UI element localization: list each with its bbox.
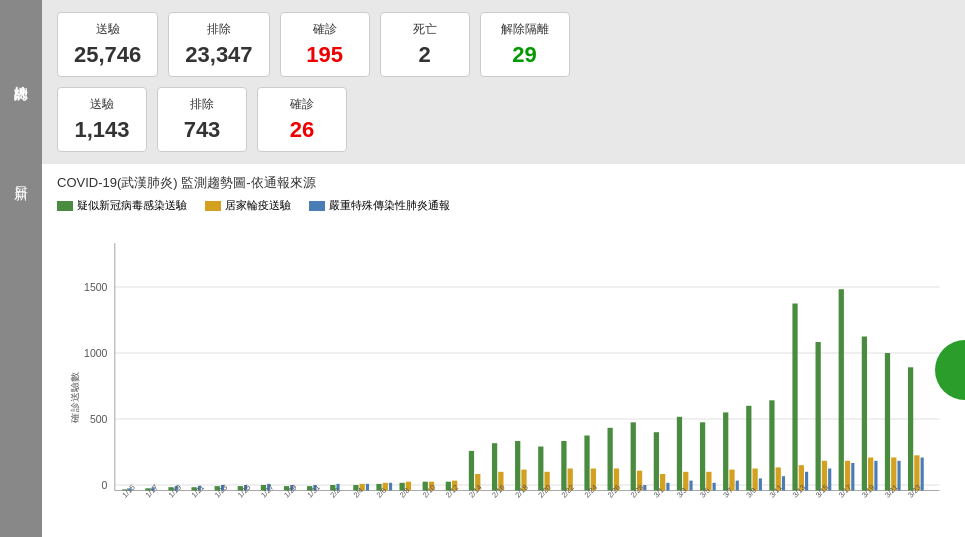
svg-text:1500: 1500 (84, 281, 107, 293)
label-daily: 日新 (12, 130, 30, 220)
svg-rect-81 (816, 342, 821, 491)
legend-item-blue: 嚴重特殊傳染性肺炎通報 (309, 198, 450, 213)
svg-rect-71 (736, 481, 739, 491)
daily-confirmed-value: 26 (274, 117, 330, 143)
svg-rect-66 (700, 422, 705, 490)
svg-text:0: 0 (102, 479, 108, 491)
daily-sent-label: 送驗 (74, 96, 130, 113)
svg-rect-86 (851, 463, 854, 491)
legend-label-green: 疑似新冠病毒感染送驗 (77, 198, 187, 213)
legend-color-blue (309, 201, 325, 211)
svg-rect-92 (897, 461, 900, 491)
svg-rect-87 (862, 337, 867, 491)
svg-rect-73 (752, 469, 757, 491)
total-confirmed-label: 確診 (297, 21, 353, 38)
svg-rect-62 (666, 483, 669, 491)
legend-color-green (57, 201, 73, 211)
daily-stats-row: 送驗 1,143 排除 743 確診 26 (57, 87, 950, 152)
chart-section: COVID-19(武漢肺炎) 監測趨勢圖-依通報來源 疑似新冠病毒感染送驗 居家… (42, 164, 965, 537)
daily-sent-value: 1,143 (74, 117, 130, 143)
svg-rect-57 (631, 422, 636, 490)
legend-color-yellow (205, 201, 221, 211)
total-deaths-value: 2 (397, 42, 453, 68)
svg-text:500: 500 (90, 413, 108, 425)
total-released-box: 解除隔離 29 (480, 12, 570, 77)
svg-rect-84 (839, 289, 844, 490)
svg-rect-78 (792, 304, 797, 491)
chart-title: COVID-19(武漢肺炎) 監測趨勢圖-依通報來源 (57, 174, 950, 192)
sidebar-labels: 內檢總計 日新 (0, 0, 42, 537)
total-confirmed-value: 195 (297, 42, 353, 68)
svg-rect-53 (584, 436, 589, 491)
svg-rect-60 (654, 432, 659, 490)
main-container: 內檢總計 日新 送驗 25,746 排除 23,347 確診 195 (0, 0, 965, 537)
daily-confirmed-box: 確診 26 (257, 87, 347, 152)
daily-excluded-label: 排除 (174, 96, 230, 113)
total-confirmed-box: 確診 195 (280, 12, 370, 77)
total-excluded-label: 排除 (185, 21, 252, 38)
svg-rect-74 (759, 478, 762, 490)
svg-rect-55 (608, 428, 613, 491)
svg-rect-83 (828, 469, 831, 491)
svg-rect-89 (874, 461, 877, 491)
svg-rect-65 (689, 481, 692, 491)
daily-sent-box: 送驗 1,143 (57, 87, 147, 152)
legend-item-yellow: 居家輪疫送驗 (205, 198, 291, 213)
legend-label-yellow: 居家輪疫送驗 (225, 198, 291, 213)
svg-rect-45 (492, 443, 497, 490)
total-released-label: 解除隔離 (497, 21, 553, 38)
legend-label-blue: 嚴重特殊傳染性肺炎通報 (329, 198, 450, 213)
chart-area: 0 500 1000 1500 確診送驗數 (57, 221, 950, 537)
svg-rect-72 (746, 406, 751, 491)
svg-text:1000: 1000 (84, 347, 107, 359)
daily-excluded-value: 743 (174, 117, 230, 143)
svg-rect-75 (769, 400, 774, 490)
total-sent-label: 送驗 (74, 21, 141, 38)
label-total: 內檢總計 (12, 30, 30, 120)
daily-confirmed-label: 確診 (274, 96, 330, 113)
total-deaths-box: 死亡 2 (380, 12, 470, 77)
svg-rect-49 (538, 447, 543, 491)
svg-rect-63 (677, 417, 682, 491)
svg-rect-95 (921, 458, 924, 491)
svg-rect-36 (389, 483, 392, 491)
legend-item-green: 疑似新冠病毒感染送驗 (57, 198, 187, 213)
svg-rect-47 (515, 441, 520, 491)
chart-svg: 0 500 1000 1500 確診送驗數 (57, 221, 950, 537)
total-sent-value: 25,746 (74, 42, 141, 68)
svg-text:確診送驗數: 確診送驗數 (69, 371, 80, 423)
content-area: 送驗 25,746 排除 23,347 確診 195 死亡 2 解除隔離 2 (42, 0, 965, 537)
total-stats-row: 送驗 25,746 排除 23,347 確診 195 死亡 2 解除隔離 2 (57, 12, 950, 77)
total-excluded-value: 23,347 (185, 42, 252, 68)
svg-rect-51 (561, 441, 566, 491)
svg-rect-33 (366, 484, 369, 491)
total-sent-box: 送驗 25,746 (57, 12, 158, 77)
total-deaths-label: 死亡 (397, 21, 453, 38)
svg-rect-68 (713, 483, 716, 491)
svg-rect-90 (885, 353, 890, 491)
svg-rect-69 (723, 412, 728, 490)
svg-rect-43 (469, 451, 474, 491)
total-released-value: 29 (497, 42, 553, 68)
svg-rect-93 (908, 367, 913, 490)
total-excluded-box: 排除 23,347 (168, 12, 269, 77)
stats-section: 送驗 25,746 排除 23,347 確診 195 死亡 2 解除隔離 2 (42, 0, 965, 164)
chart-legend: 疑似新冠病毒感染送驗 居家輪疫送驗 嚴重特殊傳染性肺炎通報 (57, 198, 950, 213)
daily-excluded-box: 排除 743 (157, 87, 247, 152)
